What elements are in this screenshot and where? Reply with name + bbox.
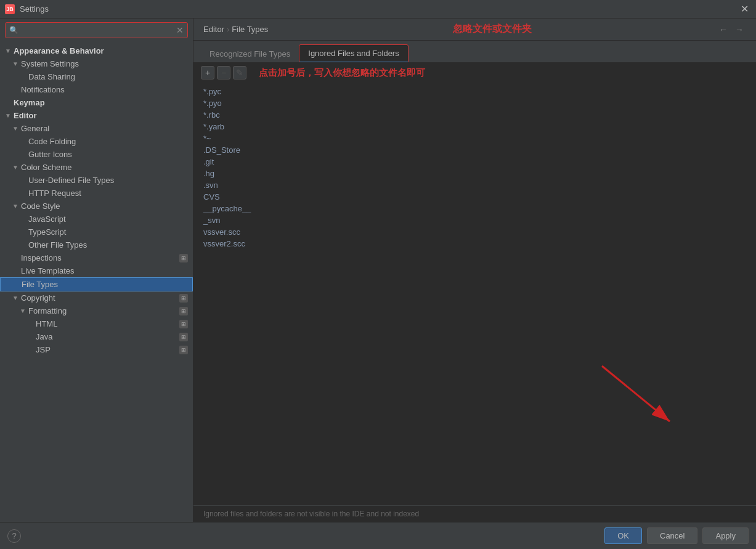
sidebar-item-inspections[interactable]: Inspections ⊞	[0, 251, 193, 264]
file-list-item[interactable]: vssver.scc	[193, 226, 756, 238]
sidebar-item-label: General	[21, 124, 49, 133]
file-list-item[interactable]: .svn	[193, 179, 756, 191]
file-list-item[interactable]: *.pyo	[193, 97, 756, 109]
sidebar-item-label: JSP	[36, 345, 51, 354]
sidebar-item-java[interactable]: Java ⊞	[0, 330, 193, 343]
sidebar-item-live-templates[interactable]: Live Templates	[0, 264, 193, 277]
remove-button[interactable]: −	[217, 66, 230, 79]
file-list-item[interactable]: _svn	[193, 214, 756, 226]
cancel-button[interactable]: Cancel	[647, 527, 697, 544]
file-list-item[interactable]: *.rbc	[193, 109, 756, 121]
sidebar-item-label: Java	[36, 332, 52, 341]
search-icon: 🔍	[9, 26, 18, 35]
file-list-item[interactable]: vssver2.scc	[193, 238, 756, 250]
file-list-item[interactable]: *.yarb	[193, 121, 756, 132]
apply-button[interactable]: Apply	[702, 527, 749, 544]
tab-recognized-file-types[interactable]: Recognized File Types	[201, 46, 299, 62]
sidebar-item-general[interactable]: ▼ General	[0, 122, 193, 135]
bottom-bar: ? OK Cancel Apply	[0, 522, 756, 549]
sidebar-item-label: Copyright	[21, 293, 55, 303]
sidebar-item-appearance-behavior[interactable]: ▼ Appearance & Behavior	[0, 44, 193, 57]
sidebar-item-formatting[interactable]: ▼ Formatting ⊞	[0, 304, 193, 317]
sidebar-item-label: User-Defined File Types	[28, 176, 114, 185]
tab-label: Ignored Files and Folders	[308, 49, 399, 58]
nav-forward-button[interactable]: →	[733, 23, 746, 36]
help-button[interactable]: ?	[7, 529, 21, 543]
copyright-badge: ⊞	[179, 294, 188, 303]
sidebar-item-code-style[interactable]: ▼ Code Style	[0, 200, 193, 213]
expand-arrow: ▼	[20, 307, 26, 314]
sidebar-item-label: JavaScript	[28, 214, 66, 224]
add-icon: +	[205, 68, 210, 78]
annotation-title: 忽略文件或文件夹	[453, 23, 532, 36]
tabs-bar: Recognized File Types Ignored Files and …	[193, 41, 756, 62]
sidebar-item-label: Inspections	[21, 253, 62, 262]
formatting-badge: ⊞	[179, 307, 188, 315]
expand-arrow: ▼	[5, 112, 11, 119]
sidebar-item-typescript[interactable]: TypeScript	[0, 226, 193, 238]
remove-icon: −	[221, 68, 226, 78]
breadcrumb: Editor › File Types	[203, 25, 268, 34]
expand-arrow: ▼	[12, 295, 18, 301]
file-list-item[interactable]: .DS_Store	[193, 144, 756, 156]
sidebar-item-label: Data Sharing	[28, 72, 75, 81]
file-list: *.pyc*.pyo*.rbc*.yarb*~.DS_Store.git.hg.…	[193, 83, 756, 505]
sidebar-item-label: TypeScript	[28, 227, 66, 237]
ok-button[interactable]: OK	[604, 527, 642, 544]
sidebar-item-javascript[interactable]: JavaScript	[0, 213, 193, 226]
add-button[interactable]: +	[201, 66, 214, 79]
action-buttons: OK Cancel Apply	[604, 527, 749, 544]
sidebar-item-label: Keymap	[14, 98, 45, 107]
sidebar-item-data-sharing[interactable]: Data Sharing	[0, 70, 193, 83]
sidebar-item-copyright[interactable]: ▼ Copyright ⊞	[0, 291, 193, 304]
content-wrapper: + − ✎ 点击加号后，写入你想忽略的文件名即可 *.pyc*.pyo*.rbc…	[193, 62, 756, 522]
sidebar-item-label: Appearance & Behavior	[14, 46, 104, 55]
sidebar-item-label: System Settings	[21, 59, 79, 68]
sidebar-item-html[interactable]: HTML ⊞	[0, 317, 193, 330]
file-list-item[interactable]: __pycache__	[193, 203, 756, 214]
inspections-badge: ⊞	[179, 254, 188, 262]
sidebar-item-user-defined-file-types[interactable]: User-Defined File Types	[0, 174, 193, 187]
breadcrumb-separator: ›	[227, 25, 229, 34]
tab-ignored-files-folders[interactable]: Ignored Files and Folders	[299, 44, 408, 62]
sidebar-item-label: Gutter Icons	[28, 150, 72, 159]
jsp-badge: ⊞	[179, 346, 188, 354]
sidebar-item-label: Code Folding	[28, 137, 76, 146]
sidebar-item-gutter-icons[interactable]: Gutter Icons	[0, 148, 193, 161]
sidebar-item-notifications[interactable]: Notifications	[0, 83, 193, 96]
sidebar-item-http-request[interactable]: HTTP Request	[0, 187, 193, 200]
close-button[interactable]: ✕	[738, 2, 751, 16]
annotation-click: 点击加号后，写入你想忽略的文件名即可	[259, 67, 425, 79]
file-list-item[interactable]: *.pyc	[193, 86, 756, 97]
file-list-item[interactable]: .git	[193, 156, 756, 168]
nav-arrows: ← →	[717, 23, 746, 36]
sidebar-item-code-folding[interactable]: Code Folding	[0, 135, 193, 148]
nav-back-button[interactable]: ←	[717, 23, 730, 36]
sidebar-item-label: Color Scheme	[21, 163, 71, 172]
file-list-item[interactable]: .hg	[193, 168, 756, 179]
expand-arrow: ▼	[12, 125, 18, 132]
sidebar-item-keymap[interactable]: Keymap	[0, 96, 193, 109]
expand-arrow: ▼	[5, 47, 11, 54]
sidebar-item-color-scheme[interactable]: ▼ Color Scheme	[0, 161, 193, 174]
file-list-item[interactable]: *~	[193, 132, 756, 144]
sidebar-item-label: HTTP Request	[28, 189, 81, 198]
sidebar-item-system-settings[interactable]: ▼ System Settings	[0, 57, 193, 70]
edit-button[interactable]: ✎	[233, 66, 246, 79]
sidebar-item-jsp[interactable]: JSP ⊞	[0, 343, 193, 356]
title-bar-left: JB Settings	[5, 4, 49, 14]
java-badge: ⊞	[179, 333, 188, 341]
search-input[interactable]: File Types	[22, 26, 173, 35]
window-title: Settings	[20, 4, 49, 14]
sidebar-item-label: Formatting	[28, 306, 67, 315]
nav-tree: ▼ Appearance & Behavior ▼ System Setting…	[0, 42, 193, 522]
sidebar-item-editor[interactable]: ▼ Editor	[0, 109, 193, 122]
search-clear-button[interactable]: ✕	[176, 25, 184, 35]
sidebar-item-other-file-types[interactable]: Other File Types	[0, 238, 193, 251]
sidebar-item-file-types[interactable]: File Types	[0, 277, 193, 291]
breadcrumb-parent: Editor	[203, 25, 224, 34]
html-badge: ⊞	[179, 320, 188, 328]
file-list-item[interactable]: CVS	[193, 191, 756, 203]
expand-arrow: ▼	[12, 164, 18, 171]
app-icon: JB	[5, 4, 15, 14]
